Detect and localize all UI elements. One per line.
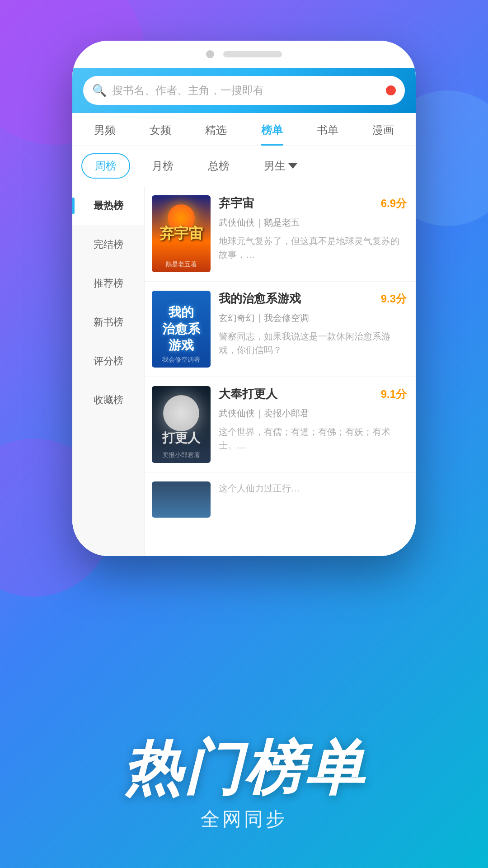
book-score-3: 9.1分 — [381, 387, 407, 401]
cover-2-title: 我的 治愈系 游戏 — [162, 304, 200, 354]
search-bar[interactable]: 🔍 搜书名、作者、主角，一搜即有 — [83, 76, 405, 105]
sub-nav-weekly[interactable]: 周榜 — [81, 153, 130, 179]
tab-male[interactable]: 男频 — [77, 113, 132, 146]
book-info-4: 这个人仙力过正行… — [219, 481, 407, 495]
search-bar-container: 🔍 搜书名、作者、主角，一搜即有 — [72, 68, 416, 113]
book-desc-2: 警察同志，如果我说这是一款休闲治愈系游戏，你们信吗？ — [219, 330, 407, 357]
sidebar: 最热榜 完结榜 推荐榜 新书榜 评分榜 收藏榜 — [72, 186, 145, 556]
book-title-1: 弃宇宙 — [219, 195, 254, 211]
search-icon: 🔍 — [92, 84, 107, 98]
search-placeholder: 搜书名、作者、主角，一搜即有 — [112, 83, 386, 98]
hot-list-title: 热门榜单 — [123, 739, 365, 797]
book-cover-2: 我的 治愈系 游戏 我会修空调著 — [152, 291, 211, 368]
book-title-3: 大奉打更人 — [219, 386, 277, 402]
mic-button[interactable] — [386, 85, 396, 95]
book-info-2: 我的治愈系游戏 9.3分 玄幻奇幻｜我会修空调 警察同志，如果我说这是一款休闲治… — [219, 291, 407, 357]
phone-frame: 🔍 搜书名、作者、主角，一搜即有 男频 女频 精选 榜单 书单 漫画 周榜 月榜… — [72, 41, 416, 556]
book-item-3[interactable]: 打更人 卖报小郎君著 大奉打更人 9.1分 武侠仙侠｜卖报小郎君 这个世界，有儒… — [145, 377, 416, 472]
book-meta-1: 武侠仙侠｜鹅是老五 — [219, 217, 407, 229]
sidebar-item-completed[interactable]: 完结榜 — [72, 225, 144, 264]
book-desc-4: 这个人仙力过正行… — [219, 481, 407, 495]
phone-notch — [72, 41, 416, 68]
sidebar-item-recommended[interactable]: 推荐榜 — [72, 264, 144, 303]
dropdown-arrow-icon — [288, 163, 297, 169]
book-desc-1: 地球元气复苏了，但这真不是地球灵气复苏的故事，… — [219, 234, 407, 261]
speaker-bar — [223, 51, 282, 57]
tab-manga[interactable]: 漫画 — [356, 113, 411, 146]
sidebar-item-rated[interactable]: 评分榜 — [72, 342, 144, 381]
book-meta-2: 玄幻奇幻｜我会修空调 — [219, 312, 407, 324]
cover-2-sub: 我会修空调著 — [162, 356, 200, 364]
book-cover-4 — [152, 481, 211, 518]
book-item-4[interactable]: 这个人仙力过正行… — [145, 472, 416, 522]
cover-1-title: 弃宇宙 — [160, 224, 203, 243]
book-title-2: 我的治愈系游戏 — [219, 291, 301, 307]
tab-ranking[interactable]: 榜单 — [244, 113, 300, 146]
tab-female[interactable]: 女频 — [132, 113, 188, 146]
sidebar-item-hot[interactable]: 最热榜 — [72, 186, 144, 225]
book-info-3: 大奉打更人 9.1分 武侠仙侠｜卖报小郎君 这个世界，有儒；有道；有佛；有妖；有… — [219, 386, 407, 452]
sub-nav-male[interactable]: 男生 — [251, 154, 310, 178]
book-title-row-1: 弃宇宙 6.9分 — [219, 195, 407, 211]
book-desc-3: 这个世界，有儒；有道；有佛；有妖；有术士。… — [219, 425, 407, 452]
sub-nav-monthly[interactable]: 月榜 — [139, 154, 186, 178]
book-cover-1: 弃宇宙 鹅是老五著 — [152, 195, 211, 272]
cover-3-sub: 卖报小郎君著 — [162, 451, 200, 459]
camera-dot — [206, 50, 214, 58]
book-cover-3: 打更人 卖报小郎君著 — [152, 386, 211, 463]
sidebar-item-collected[interactable]: 收藏榜 — [72, 381, 144, 420]
book-score-2: 9.3分 — [381, 292, 407, 306]
bottom-section: 热门榜单 全网同步 — [0, 570, 488, 868]
book-info-1: 弃宇宙 6.9分 武侠仙侠｜鹅是老五 地球元气复苏了，但这真不是地球灵气复苏的故… — [219, 195, 407, 261]
hot-list-subtitle: 全网同步 — [201, 807, 287, 832]
sub-nav-total[interactable]: 总榜 — [195, 154, 242, 178]
main-content: 最热榜 完结榜 推荐榜 新书榜 评分榜 收藏榜 弃宇宙 鹅是老五著 弃 — [72, 186, 416, 556]
cover-1-sub: 鹅是老五著 — [165, 260, 197, 269]
book-list: 弃宇宙 鹅是老五著 弃宇宙 6.9分 武侠仙侠｜鹅是老五 地球元气复苏了，但这真… — [145, 186, 416, 556]
tab-featured[interactable]: 精选 — [188, 113, 244, 146]
book-score-1: 6.9分 — [381, 196, 407, 211]
nav-tabs: 男频 女频 精选 榜单 书单 漫画 — [72, 113, 416, 146]
book-meta-3: 武侠仙侠｜卖报小郎君 — [219, 407, 407, 420]
book-title-row-2: 我的治愈系游戏 9.3分 — [219, 291, 407, 307]
sub-nav: 周榜 月榜 总榜 男生 — [72, 146, 416, 186]
cover-3-title: 打更人 — [162, 429, 200, 447]
sidebar-item-new[interactable]: 新书榜 — [72, 303, 144, 342]
book-title-row-3: 大奉打更人 9.1分 — [219, 386, 407, 402]
book-item-1[interactable]: 弃宇宙 鹅是老五著 弃宇宙 6.9分 武侠仙侠｜鹅是老五 地球元气复苏了，但这真… — [145, 186, 416, 282]
tab-booklist[interactable]: 书单 — [300, 113, 355, 146]
book-item-2[interactable]: 我的 治愈系 游戏 我会修空调著 我的治愈系游戏 9.3分 玄幻奇幻｜我会修空调 — [145, 282, 416, 377]
phone-screen: 🔍 搜书名、作者、主角，一搜即有 男频 女频 精选 榜单 书单 漫画 周榜 月榜… — [72, 68, 416, 556]
